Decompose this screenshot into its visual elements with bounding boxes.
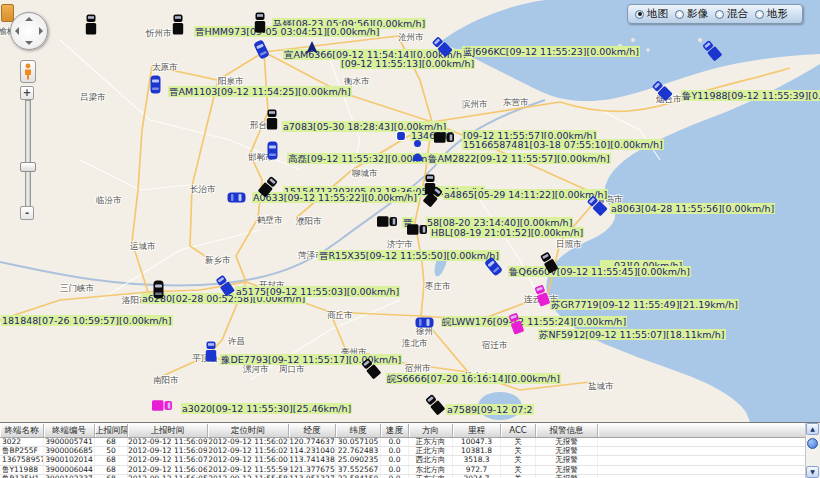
vehicle-icon[interactable] [172, 14, 184, 35]
pan-up-icon[interactable] [25, 17, 33, 21]
column-header[interactable]: 方向 [409, 424, 453, 437]
table-cell: 关 [501, 466, 536, 474]
vehicle-icon[interactable] [377, 216, 398, 228]
scroll-down-button[interactable]: ▼ [806, 466, 819, 478]
table-row[interactable]: 136758957...3900102014682012-09-12 11:56… [0, 456, 806, 465]
zoom-slider-handle[interactable] [20, 162, 36, 172]
vehicle-icon[interactable] [415, 317, 434, 328]
vehicle-label[interactable]: a4865[05-29 14:11:22][0.00km/h] [443, 189, 608, 200]
map-type-option[interactable]: 混合 [715, 7, 748, 21]
city-label: 长治市 [190, 184, 216, 196]
table-scrollbar[interactable]: ▲ ▼ [805, 423, 820, 478]
zoom-in-button[interactable]: + [20, 86, 34, 100]
radio-icon[interactable] [635, 10, 644, 19]
vehicle-label[interactable]: 苏NF5912[09-12 11:55:07][18.11km/h] [538, 329, 726, 340]
zoom-out-button[interactable]: - [20, 206, 34, 220]
column-header[interactable]: 上报间隔 [95, 424, 128, 437]
map[interactable]: + - 地图影像混合地形 榆林忻州市太原市沧州市阳泉市衡水市吕梁市滨州市东营市烟… [0, 0, 820, 423]
table-cell: 3022 [0, 438, 44, 446]
city-label: 运城市 [130, 241, 156, 253]
vehicle-icon[interactable] [306, 41, 318, 54]
column-header[interactable]: ACC [501, 424, 536, 437]
city-label: 濮阳市 [296, 216, 322, 228]
vehicle-icon[interactable] [150, 75, 161, 94]
map-type-label: 影像 [687, 7, 708, 21]
vehicle-label[interactable]: a3020[09-12 11:55:30][25.46km/h] [181, 403, 352, 414]
poi-marker [1, 4, 14, 22]
vehicle-label[interactable]: 181848[07-26 10:59:57][0.00km/h] [1, 315, 173, 326]
vehicle-icon[interactable] [407, 224, 428, 236]
radio-icon[interactable] [715, 10, 724, 19]
vehicle-label[interactable]: HBL[08-19 21:01:52][0.00km/h] [430, 227, 584, 238]
vehicle-icon[interactable] [152, 400, 173, 412]
vehicle-icon[interactable] [267, 141, 278, 160]
scroll-up-button[interactable]: ▲ [806, 423, 819, 435]
table-cell: 2012-09-12 11:55:59 [208, 466, 289, 474]
radio-icon[interactable] [755, 10, 764, 19]
vehicle-icon[interactable] [85, 14, 97, 35]
column-header[interactable]: 上报时间 [128, 424, 208, 437]
radio-icon[interactable] [675, 10, 684, 19]
table-cell: 2012-09-12 11:56:09 [128, 438, 208, 446]
vehicle-label[interactable]: 蓝J696KC[09-12 11:55:23][0.00km/h] [462, 46, 640, 57]
vehicle-icon[interactable] [153, 280, 164, 299]
pegman-icon [23, 63, 33, 80]
city-label: 新乡市 [205, 255, 231, 267]
map-type-option[interactable]: 地图 [635, 7, 668, 21]
vehicle-icon[interactable] [434, 132, 455, 144]
vehicle-label[interactable]: 晋R15X35[09-12 11:55:50][0.00km/h] [318, 250, 500, 261]
table-row[interactable]: 鲁Y119883900006044682012-09-12 11:56:0620… [0, 466, 806, 475]
vehicle-label[interactable]: 鲁Y11988[09-12 11:55:39][0.00km/h] [681, 90, 820, 101]
vehicle-label[interactable]: 鲁AM2822[09-12 11:55:57][0.00km/h] [427, 153, 611, 164]
scroll-thumb[interactable] [807, 438, 818, 449]
vehicle-label[interactable]: a8063[04-28 11:55:56][0.00km/h] [610, 203, 775, 214]
column-header[interactable]: 定位时间 [208, 424, 289, 437]
table-row[interactable]: 30223900005741682012-09-12 11:56:092012-… [0, 438, 806, 447]
map-type-option[interactable]: 影像 [675, 7, 708, 21]
city-label: 滨州市 [462, 99, 488, 111]
vehicle-icon[interactable] [254, 12, 266, 33]
vehicle-label[interactable]: 皖LWW176[09-12 11:55:24][0.00km/h] [441, 316, 627, 327]
column-header[interactable]: 终端编号 [44, 424, 95, 437]
column-header[interactable]: 终端名称 [0, 424, 44, 437]
column-header[interactable]: 速度 [381, 424, 409, 437]
column-header[interactable]: 纬度 [336, 424, 381, 437]
table-cell: 3900005741 [44, 438, 95, 446]
pan-control[interactable] [10, 12, 48, 50]
vehicle-icon[interactable] [396, 131, 406, 141]
pan-left-icon[interactable] [15, 27, 19, 35]
pegman-button[interactable] [20, 60, 36, 83]
vehicle-label[interactable]: 皖S6666[07-20 16:16:14][0.00km/h] [386, 373, 561, 384]
column-header[interactable]: 经度 [289, 424, 336, 437]
table-cell: 0.0 [381, 466, 409, 474]
terminal-table[interactable]: 终端名称终端编号上报间隔上报时间定位时间经度纬度速度方向里程ACC报警信息 30… [0, 423, 806, 478]
table-cell: 2012-09-12 11:56:02 [208, 438, 289, 446]
vehicle-icon[interactable] [205, 341, 217, 362]
column-header[interactable]: 报警信息 [536, 424, 598, 437]
table-cell-filler [598, 456, 806, 464]
map-type-option[interactable]: 地形 [755, 7, 788, 21]
table-row[interactable]: 鲁BP255F3900006685502012-09-12 11:56:0920… [0, 447, 806, 456]
vehicle-icon[interactable] [227, 192, 246, 203]
vehicle-icon[interactable] [266, 109, 278, 130]
zoom-slider-track[interactable] [25, 100, 31, 208]
vehicle-label[interactable]: a5175[09-12 11:55:03][0.00km/h] [235, 286, 400, 297]
vehicle-label[interactable]: 晋AM1103[09-12 11:54:25][0.00km/h] [168, 86, 352, 97]
column-header[interactable]: 里程 [453, 424, 501, 437]
pan-down-icon[interactable] [25, 41, 33, 45]
vehicle-label[interactable]: 苏GR7719[09-12 11:55:49][21.19km/h] [550, 299, 739, 310]
vehicle-label[interactable]: 鲁Q6660V[09-12 11:55:45][0.00km/h] [508, 266, 691, 277]
city-label: 南阳市 [153, 375, 179, 387]
table-cell: 3900102014 [44, 456, 95, 464]
vehicle-label[interactable]: 15166587481[03-18 07:55:10][0.00km/h] [462, 139, 664, 150]
table-cell: 东北方向 [409, 466, 453, 474]
table-cell: 3900006685 [44, 447, 95, 455]
vehicle-label[interactable]: [09-12 11:55:13][0.00km/h] [340, 58, 475, 69]
pan-right-icon[interactable] [39, 27, 43, 35]
city-label: 吕梁市 [80, 92, 106, 104]
vehicle-label[interactable]: 晋HMM973[09-05 03:04:51][0.00km/h] [194, 26, 380, 37]
vehicle-label[interactable]: A0633[09-12 11:55:22][0.00km/h] [252, 192, 418, 203]
map-type-control[interactable]: 地图影像混合地形 [627, 4, 803, 24]
vehicle-icon[interactable] [411, 139, 424, 162]
vehicle-label[interactable]: a7589[09-12 07:2 [446, 404, 534, 415]
